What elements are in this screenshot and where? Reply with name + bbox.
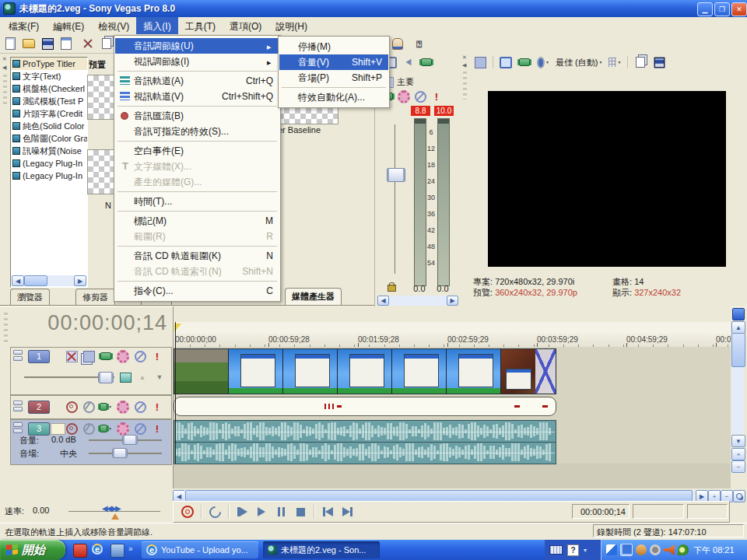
close-button[interactable]: ✕ bbox=[731, 2, 747, 16]
taskbar-task-1[interactable]: eYouTube - Upload yo... bbox=[142, 541, 258, 558]
normal-edit-tool-button[interactable] bbox=[391, 37, 405, 51]
play-button[interactable] bbox=[255, 506, 268, 518]
stop-button[interactable] bbox=[294, 506, 307, 518]
video-thumbnail-desktop[interactable] bbox=[338, 349, 392, 394]
mute-icon[interactable] bbox=[134, 350, 146, 362]
mute-icon[interactable] bbox=[134, 401, 146, 413]
video-thumbnail-desktop[interactable] bbox=[447, 349, 501, 394]
track-number-badge[interactable]: 3 bbox=[28, 422, 50, 436]
minimize-button[interactable]: ▁ bbox=[697, 2, 713, 16]
edit-cursor[interactable] bbox=[175, 322, 176, 464]
mixer-hscrollbar[interactable]: ◀ ▶ bbox=[377, 296, 458, 306]
invert-phase-icon[interactable] bbox=[82, 401, 95, 413]
plugin-list-hscrollbar[interactable]: ◀ ▶ bbox=[12, 275, 86, 286]
fader-lock-icon[interactable] bbox=[388, 285, 396, 292]
dock-collapse-icon[interactable]: ◀ bbox=[2, 65, 9, 71]
audio-event-3[interactable] bbox=[174, 420, 556, 464]
track-fx-icon[interactable] bbox=[100, 401, 112, 413]
quick-launch-ie-icon[interactable]: e bbox=[92, 544, 104, 556]
generator-plugin-item[interactable]: 純色(Solid Color bbox=[11, 120, 87, 132]
video-event[interactable] bbox=[174, 348, 556, 394]
title-bar[interactable]: 未標題的2.veg - Sony Vegas Pro 8.0 ▁ ❐ ✕ bbox=[0, 0, 747, 17]
menubar-item-6[interactable]: 選項(O) bbox=[223, 17, 268, 34]
generator-plugin-item[interactable]: 訊噪材質(Noise bbox=[11, 145, 87, 157]
keyboard-layout-icon[interactable] bbox=[549, 545, 563, 555]
downmix-output-icon[interactable] bbox=[402, 56, 415, 68]
automation-gear-icon[interactable] bbox=[398, 90, 410, 103]
scroll-down-icon[interactable]: ▼ bbox=[731, 435, 745, 447]
new-project-button[interactable] bbox=[3, 37, 17, 51]
scrollbar-thumb[interactable] bbox=[24, 275, 47, 286]
dock-tab-2[interactable]: 修剪器 bbox=[75, 289, 115, 306]
insert-menu-item[interactable]: 音訊可指定的特效(S)... bbox=[115, 124, 279, 139]
language-help-icon[interactable]: ? bbox=[567, 544, 579, 556]
generator-plugin-item[interactable]: 片頭字幕(Credit bbox=[11, 107, 87, 120]
save-snapshot-icon[interactable] bbox=[653, 56, 665, 68]
split-screen-view-icon[interactable] bbox=[537, 56, 549, 68]
panel-collapse-icon[interactable]: ◀ bbox=[462, 62, 468, 68]
loop-playback-button[interactable] bbox=[209, 506, 221, 518]
selection-length-box[interactable] bbox=[687, 504, 728, 519]
insert-menu-item[interactable]: 音訊軌道(A)Ctrl+Q bbox=[115, 73, 279, 89]
solo-icon[interactable]: ! bbox=[151, 422, 163, 435]
tray-nvidia-icon[interactable] bbox=[678, 544, 689, 555]
insert-menu-item[interactable]: 指令(C)...C bbox=[115, 283, 279, 299]
mute-icon[interactable] bbox=[414, 90, 426, 103]
preview-quality-dropdown[interactable]: 最佳 (自動) bbox=[556, 57, 602, 68]
external-monitor-icon[interactable] bbox=[500, 56, 512, 68]
generator-plugin-item[interactable]: 色階圖(Color Gra bbox=[11, 132, 87, 145]
tray-network-icon[interactable] bbox=[620, 544, 633, 556]
generator-plugin-item[interactable]: 棋盤格(Checkerl bbox=[11, 82, 87, 95]
dock-tab-1[interactable]: 瀏覽器 bbox=[10, 289, 50, 306]
insert-fx-icon[interactable] bbox=[420, 56, 433, 68]
preview-grip[interactable] bbox=[463, 72, 467, 100]
bypass-motion-blur-icon[interactable] bbox=[65, 350, 78, 362]
make-composite-child-icon[interactable] bbox=[136, 371, 149, 383]
zoom-out-vertical-icon[interactable]: − bbox=[731, 460, 745, 473]
dock-grip[interactable] bbox=[3, 75, 7, 106]
track-header-3[interactable]: 3 ! 音量: 0.0 dB 音場: 中央 bbox=[10, 419, 172, 465]
track-number-badge[interactable]: 2 bbox=[28, 401, 50, 414]
tray-volume-icon[interactable] bbox=[664, 544, 675, 555]
open-button[interactable] bbox=[22, 37, 36, 51]
insert-menu-item[interactable]: 視訊軌道(V)Ctrl+Shift+Q bbox=[115, 89, 279, 104]
start-button[interactable]: 開始 bbox=[0, 540, 65, 560]
generator-plugin-item[interactable]: 測試模板(Test P bbox=[11, 95, 87, 107]
record-button[interactable] bbox=[181, 506, 194, 518]
zoom-in-vertical-icon[interactable]: + bbox=[731, 448, 745, 460]
time-ruler[interactable]: 00:00:00;0000:00:59;2800:01:59;2800:02:5… bbox=[174, 333, 731, 348]
timeline-vscrollbar[interactable]: ▲ ▼ + − bbox=[731, 306, 745, 490]
automation-gear-icon[interactable] bbox=[117, 401, 129, 413]
rate-scrub-icon[interactable]: ◀◀▶▶ bbox=[102, 504, 120, 513]
menubar-item-2[interactable]: 編輯(E) bbox=[46, 17, 91, 34]
scroll-left-icon[interactable]: ◀ bbox=[12, 275, 24, 286]
tray-user-icon[interactable] bbox=[636, 544, 647, 555]
composite-mode-icon[interactable] bbox=[119, 371, 132, 383]
timeline-grip[interactable] bbox=[4, 313, 8, 344]
timeline-lanes[interactable]: 00:00:00;0000:00:59;2800:01:59;2800:02:5… bbox=[173, 306, 731, 488]
video-thumbnail-desktop[interactable] bbox=[229, 349, 283, 394]
track-minimize-icon[interactable] bbox=[13, 350, 23, 361]
track-header-2[interactable]: 2 ! bbox=[10, 395, 172, 419]
language-options-icon[interactable]: ▾ bbox=[584, 547, 587, 554]
quick-launch-overflow-icon[interactable]: » bbox=[128, 544, 133, 553]
generator-plugin-item[interactable]: (Legacy Plug-In bbox=[11, 157, 87, 170]
quick-launch-icon-1[interactable] bbox=[73, 544, 87, 558]
menubar-item-1[interactable]: 檔案(F) bbox=[2, 17, 46, 34]
menubar-item-7[interactable]: 說明(H) bbox=[268, 17, 314, 34]
cursor-time-box[interactable]: 00:00:00;14 bbox=[572, 504, 630, 519]
play-from-start-button[interactable] bbox=[236, 506, 248, 518]
track-minimize-icon[interactable] bbox=[13, 422, 23, 433]
tray-arrow-icon[interactable] bbox=[606, 544, 617, 555]
menubar-item-3[interactable]: 檢視(V) bbox=[91, 17, 136, 34]
scroll-right-icon[interactable]: ▶ bbox=[74, 275, 86, 286]
insert-menu-item[interactable]: 音訊 CD 軌道範圍(K)N bbox=[115, 248, 279, 264]
audio-envelope-submenu-item[interactable]: 音量(V)Shift+V bbox=[279, 54, 388, 70]
pin-panel-icon[interactable] bbox=[732, 308, 745, 320]
peak-meter-left-value[interactable]: 8.8 bbox=[411, 106, 430, 116]
insert-menu-item[interactable]: 標記(M)M bbox=[115, 213, 279, 229]
insert-menu-item[interactable]: 空白事件(E) bbox=[115, 143, 279, 159]
track-motion-icon[interactable] bbox=[82, 350, 95, 362]
restore-button[interactable]: ❐ bbox=[714, 2, 730, 16]
invert-phase-icon[interactable] bbox=[82, 422, 95, 435]
